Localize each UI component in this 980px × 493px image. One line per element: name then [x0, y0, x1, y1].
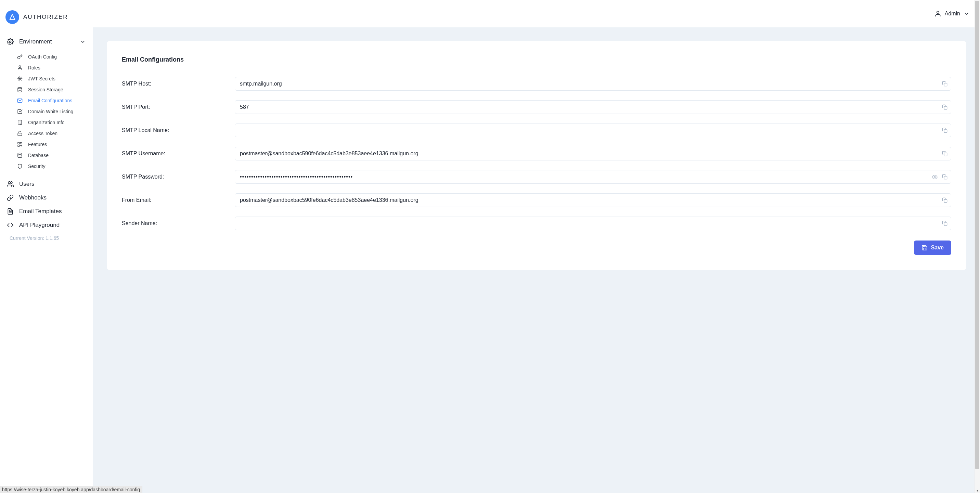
logo-icon [5, 10, 19, 24]
sidebar-item-api-playground[interactable]: API Playground [0, 218, 93, 232]
svg-rect-19 [18, 133, 22, 135]
database-icon [17, 87, 22, 92]
sidebar-item-label: OAuth Config [28, 54, 57, 59]
sidebar-item-features[interactable]: Features [0, 139, 93, 150]
sidebar-item-label: Email Configurations [28, 98, 72, 103]
input-smtp-port[interactable] [235, 100, 951, 114]
unlock-icon [17, 131, 22, 136]
eye-icon[interactable] [931, 174, 937, 180]
copy-icon[interactable] [942, 174, 948, 180]
code-icon [7, 222, 14, 229]
sidebar-main-nav: Users Webhooks Email Templates API Playg… [0, 174, 93, 232]
copy-icon[interactable] [942, 127, 948, 134]
jwt-icon [17, 76, 22, 81]
database-icon [17, 153, 22, 158]
svg-point-25 [18, 153, 22, 154]
sidebar: AUTHORIZER Environment OAuth Config Role… [0, 0, 93, 493]
sidebar-item-organization-info[interactable]: Organization Info [0, 117, 93, 128]
sidebar-item-users[interactable]: Users [0, 177, 93, 191]
statusbar-url: https://wise-terza-justin-koyeb.koyeb.ap… [0, 486, 142, 493]
sidebar-section-label: Environment [19, 38, 52, 45]
sidebar-item-label: Access Token [28, 131, 57, 136]
copy-icon[interactable] [942, 104, 948, 110]
logo-block[interactable]: AUTHORIZER [0, 0, 93, 31]
sidebar-item-security[interactable]: Security [0, 161, 93, 172]
sidebar-item-label: Domain White Listing [28, 109, 73, 114]
sidebar-subnav: OAuth Config Roles JWT Secrets Session S… [0, 49, 93, 174]
input-smtp-username[interactable] [235, 147, 951, 161]
row-smtp-password: SMTP Password: [122, 170, 951, 184]
label-smtp-username: SMTP Username: [122, 151, 235, 157]
svg-rect-20 [18, 142, 19, 144]
sidebar-item-webhooks[interactable]: Webhooks [0, 191, 93, 205]
content-wrapper: Email Configurations SMTP Host: SMTP Por… [93, 27, 980, 493]
svg-rect-21 [20, 142, 22, 144]
sidebar-section-environment[interactable]: Environment [0, 34, 93, 49]
sidebar-item-domain-white-listing[interactable]: Domain White Listing [0, 106, 93, 117]
user-name: Admin [945, 11, 960, 17]
sidebar-item-label: Webhooks [19, 194, 46, 201]
input-sender-name[interactable] [235, 216, 951, 230]
save-button[interactable]: Save [914, 240, 951, 255]
save-disk-icon [921, 245, 928, 251]
check-circle-icon [17, 109, 22, 114]
sidebar-item-database[interactable]: Database [0, 150, 93, 161]
sidebar-item-jwt-secrets[interactable]: JWT Secrets [0, 73, 93, 84]
settings-card: Email Configurations SMTP Host: SMTP Por… [107, 41, 966, 270]
svg-rect-33 [944, 153, 947, 156]
sidebar-item-label: Database [28, 153, 49, 158]
copy-icon[interactable] [942, 220, 948, 226]
grid-plus-icon [17, 142, 22, 147]
svg-point-0 [10, 41, 11, 43]
copy-icon[interactable] [942, 81, 948, 87]
svg-point-6 [18, 87, 22, 89]
svg-point-1 [19, 66, 21, 67]
sidebar-item-access-token[interactable]: Access Token [0, 128, 93, 139]
row-sender-name: Sender Name: [122, 216, 951, 230]
svg-point-29 [937, 11, 939, 14]
building-icon [17, 120, 22, 125]
topbar: Admin [93, 0, 980, 27]
version-label: Current Version: 1.1.65 [0, 232, 93, 242]
sidebar-item-label: Roles [28, 65, 40, 70]
row-smtp-username: SMTP Username: [122, 147, 951, 161]
sidebar-item-email-templates[interactable]: Email Templates [0, 205, 93, 218]
svg-rect-35 [944, 176, 947, 179]
input-from-email[interactable] [235, 193, 951, 207]
sidebar-item-label: Users [19, 181, 34, 188]
svg-rect-31 [944, 107, 947, 110]
chevron-down-icon [80, 39, 86, 45]
user-icon [17, 65, 22, 70]
input-smtp-password[interactable] [235, 170, 951, 184]
row-smtp-port: SMTP Port: [122, 100, 951, 114]
save-button-label: Save [931, 245, 944, 251]
input-smtp-local-name[interactable] [235, 124, 951, 137]
svg-rect-37 [944, 223, 947, 226]
input-smtp-host[interactable] [235, 77, 951, 91]
sidebar-item-email-configurations[interactable]: Email Configurations [0, 95, 93, 106]
sidebar-item-roles[interactable]: Roles [0, 62, 93, 73]
scrollbar-down-arrow[interactable]: ▾ [975, 488, 980, 493]
shield-icon [17, 164, 22, 169]
scrollbar[interactable]: ▾ [975, 0, 980, 493]
label-smtp-host: SMTP Host: [122, 81, 235, 87]
sidebar-item-session-storage[interactable]: Session Storage [0, 84, 93, 95]
gear-icon [7, 38, 14, 45]
user-menu[interactable]: Admin [934, 10, 970, 17]
user-icon [934, 10, 941, 17]
svg-rect-22 [18, 145, 19, 146]
label-sender-name: Sender Name: [122, 220, 235, 226]
sidebar-item-label: Session Storage [28, 87, 63, 92]
sidebar-item-label: JWT Secrets [28, 76, 56, 81]
svg-rect-36 [944, 199, 947, 202]
copy-icon[interactable] [942, 151, 948, 157]
page-title: Email Configurations [122, 56, 951, 63]
row-from-email: From Email: [122, 193, 951, 207]
sidebar-item-oauth-config[interactable]: OAuth Config [0, 51, 93, 62]
mail-icon [17, 98, 22, 103]
copy-icon[interactable] [942, 197, 948, 203]
scrollbar-thumb[interactable] [975, 1, 979, 469]
label-smtp-port: SMTP Port: [122, 104, 235, 110]
svg-rect-32 [944, 130, 947, 133]
sidebar-item-label: Email Templates [19, 208, 62, 215]
